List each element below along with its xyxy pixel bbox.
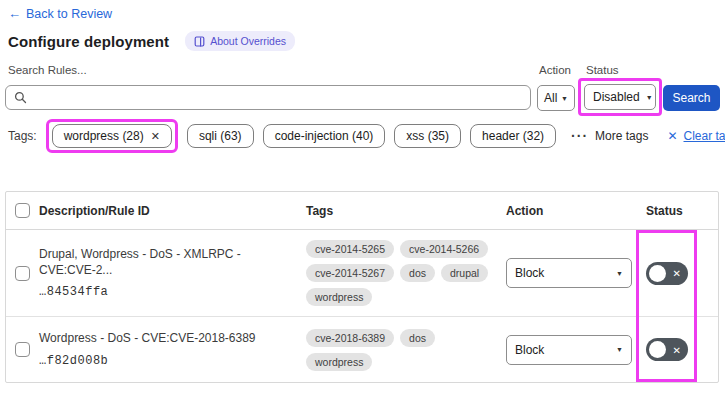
- about-overrides-badge[interactable]: About Overrides: [185, 31, 295, 51]
- tag-pill: dos: [400, 264, 435, 282]
- toggle-knob: [649, 265, 666, 282]
- tag-chip-wordpress[interactable]: wordpress (28) ✕: [52, 124, 172, 148]
- search-icon: [14, 91, 27, 104]
- more-tags-button[interactable]: ··· More tags: [571, 128, 648, 144]
- rule-id: …f82d008b: [39, 354, 292, 368]
- close-icon: ✕: [667, 129, 677, 143]
- tag-chip-label: xss (35): [406, 129, 449, 143]
- toggle-knob: [649, 341, 666, 358]
- tag-pill: drupal: [441, 264, 488, 282]
- rule-description: Wordpress - DoS - CVE:CVE-2018-6389: [39, 331, 292, 347]
- status-filter-label: Status: [586, 64, 619, 76]
- configure-deployment-page: ← Back to Review Configure deployment Ab…: [0, 0, 725, 406]
- column-header-status: Status: [646, 204, 718, 218]
- chevron-down-icon: ▼: [616, 270, 623, 277]
- tag-chip-label: wordpress (28): [64, 129, 144, 143]
- page-title: Configure deployment: [8, 33, 169, 50]
- rule-tags: cve-2018-6389 dos wordpress: [306, 329, 506, 371]
- action-value: Block: [515, 266, 544, 280]
- toggle-off-icon: ✕: [673, 268, 681, 279]
- tag-pill: cve-2014-5265: [306, 240, 394, 258]
- search-rules-label: Search Rules...: [8, 64, 87, 76]
- clear-tags-link[interactable]: ✕ Clear tags: [667, 129, 725, 143]
- search-button[interactable]: Search: [663, 85, 720, 111]
- tags-bar: Tags: wordpress (28) ✕ sqli (63) code-in…: [8, 119, 725, 153]
- row-checkbox[interactable]: [15, 342, 30, 357]
- status-toggle[interactable]: ✕: [646, 338, 688, 361]
- highlight-box-status-dropdown: Disabled ▼: [578, 78, 662, 116]
- tag-pill: dos: [400, 329, 435, 347]
- search-rules-input[interactable]: [33, 91, 522, 105]
- action-dropdown[interactable]: Block ▼: [506, 335, 632, 365]
- status-toggle[interactable]: ✕: [646, 262, 688, 285]
- tag-chip-label: header (32): [482, 129, 544, 143]
- tag-chip-label: code-injection (40): [275, 129, 374, 143]
- about-overrides-label: About Overrides: [210, 35, 286, 47]
- table-header-row: Description/Rule ID Tags Action Status: [6, 192, 718, 230]
- back-link-label: Back to Review: [26, 7, 112, 21]
- title-row: Configure deployment About Overrides: [8, 31, 295, 51]
- tag-chip-sqli[interactable]: sqli (63): [187, 124, 254, 148]
- tag-pill: wordpress: [306, 288, 372, 306]
- action-filter-label: Action: [539, 64, 571, 76]
- column-header-description: Description/Rule ID: [39, 204, 306, 218]
- select-all-checkbox[interactable]: [15, 203, 30, 218]
- tag-pill: cve-2014-5267: [306, 264, 394, 282]
- clear-tags-label: Clear tags: [684, 129, 725, 143]
- more-tags-label: More tags: [595, 129, 648, 143]
- tag-pill: cve-2014-5266: [400, 240, 488, 258]
- row-checkbox[interactable]: [15, 266, 30, 281]
- toggle-off-icon: ✕: [673, 344, 681, 355]
- rule-id: …84534ffa: [39, 285, 292, 299]
- table-row: Wordpress - DoS - CVE:CVE-2018-6389 …f82…: [6, 317, 718, 382]
- rule-description: Drupal, Wordpress - DoS - XMLRPC - CVE:C…: [39, 247, 292, 278]
- status-filter-dropdown[interactable]: Disabled ▼: [584, 84, 656, 110]
- close-icon[interactable]: ✕: [151, 130, 160, 143]
- highlight-box-wordpress-chip: wordpress (28) ✕: [46, 119, 178, 153]
- action-value: Block: [515, 343, 544, 357]
- tag-chip-label: sqli (63): [199, 129, 242, 143]
- column-header-tags: Tags: [306, 204, 506, 218]
- tag-chip-header[interactable]: header (32): [470, 124, 556, 148]
- chevron-down-icon: ▼: [646, 94, 653, 101]
- document-icon: [194, 36, 205, 47]
- rules-table: Description/Rule ID Tags Action Status D…: [5, 191, 719, 383]
- ellipsis-icon: ···: [571, 128, 588, 144]
- column-header-action: Action: [506, 204, 646, 218]
- chevron-down-icon: ▼: [616, 346, 623, 353]
- table-row: Drupal, Wordpress - DoS - XMLRPC - CVE:C…: [6, 230, 718, 317]
- back-to-review-link[interactable]: ← Back to Review: [8, 6, 112, 21]
- search-rules-box: [5, 85, 531, 110]
- tag-chip-code-injection[interactable]: code-injection (40): [263, 124, 386, 148]
- tag-pill: wordpress: [306, 353, 372, 371]
- tag-chip-xss[interactable]: xss (35): [394, 124, 461, 148]
- action-dropdown[interactable]: Block ▼: [506, 258, 632, 288]
- tag-pill: cve-2018-6389: [306, 329, 394, 347]
- action-filter-value: All: [544, 91, 557, 105]
- back-arrow-icon: ←: [8, 6, 21, 21]
- chevron-down-icon: ▼: [561, 95, 568, 102]
- tags-bar-label: Tags:: [8, 129, 37, 143]
- rule-tags: cve-2014-5265 cve-2014-5266 cve-2014-526…: [306, 240, 506, 306]
- status-filter-value: Disabled: [593, 90, 640, 104]
- action-filter-dropdown[interactable]: All ▼: [537, 85, 575, 111]
